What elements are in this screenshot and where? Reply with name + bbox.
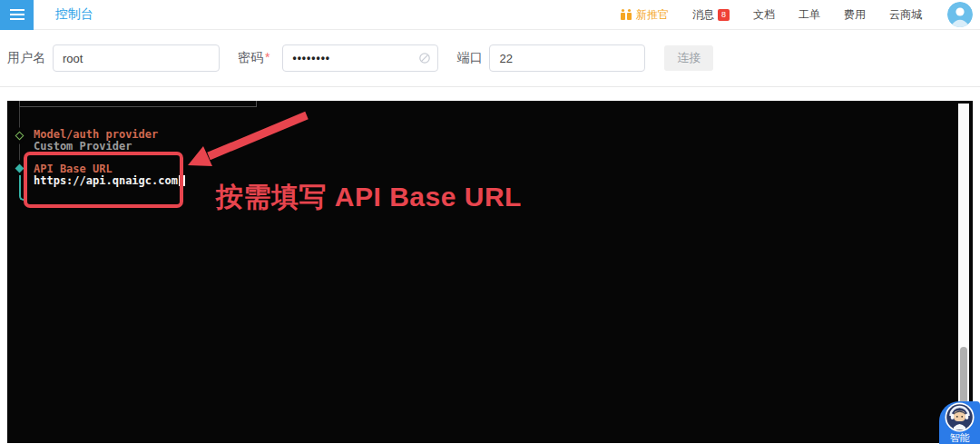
annotation-highlight-box <box>24 152 183 208</box>
robot-avatar-icon <box>945 402 975 432</box>
step-done-diamond-icon <box>15 132 24 141</box>
port-label: 端口 <box>456 50 482 66</box>
ai-widget-label: 智能 <box>950 432 970 443</box>
nav-item-messages[interactable]: 消息 8 <box>692 7 730 23</box>
header-nav: 新推官 消息 8 文档 工单 费用 云商城 <box>620 2 980 27</box>
password-input[interactable] <box>282 44 438 72</box>
nav-label: 文档 <box>753 7 775 23</box>
terminal-box-line <box>19 101 257 107</box>
nav-item-docs[interactable]: 文档 <box>753 7 775 23</box>
nav-label: 费用 <box>844 7 866 23</box>
hamburger-menu-button[interactable] <box>0 0 34 30</box>
connect-button[interactable]: 连接 <box>664 45 713 71</box>
message-count-badge: 8 <box>718 9 730 21</box>
connection-form: 用户名 密码* 端口 连接 <box>0 30 980 86</box>
username-input[interactable] <box>53 44 220 72</box>
page-title[interactable]: 控制台 <box>55 6 93 23</box>
terminal-scrollbar[interactable] <box>958 104 969 437</box>
terminal-step1-label: Model/auth provider <box>34 129 158 140</box>
page: 控制台 新推官 消息 8 文档 工单 费用 <box>0 0 980 444</box>
nav-label: 工单 <box>799 7 820 23</box>
password-field-wrap <box>282 44 438 72</box>
password-label: 密码* <box>238 50 275 66</box>
username-label: 用户名 <box>7 50 45 66</box>
nav-label: 消息 <box>692 7 714 23</box>
divider <box>0 86 980 87</box>
top-header: 控制台 新推官 消息 8 文档 工单 费用 <box>0 0 980 30</box>
required-asterisk: * <box>265 50 270 64</box>
step-active-diamond-icon <box>15 164 24 173</box>
nav-item-cloud-mall[interactable]: 云商城 <box>889 7 922 23</box>
port-input[interactable] <box>489 44 645 72</box>
nav-label: 新推官 <box>636 7 669 23</box>
person-icon <box>947 2 973 27</box>
annotation-text: 按需填写 API Base URL <box>216 179 522 216</box>
nav-item-promoter[interactable]: 新推官 <box>620 7 669 23</box>
nav-item-billing[interactable]: 费用 <box>844 7 866 23</box>
nav-item-tickets[interactable]: 工单 <box>799 7 820 23</box>
eye-off-icon[interactable] <box>418 52 431 64</box>
ai-assistant-widget[interactable]: 智能 <box>939 401 980 444</box>
nav-label: 云商城 <box>889 7 922 23</box>
hamburger-icon <box>10 14 24 15</box>
terminal[interactable]: Model/auth provider Custom Provider API … <box>7 101 973 443</box>
terminal-step1-value: Custom Provider <box>34 141 132 152</box>
user-avatar[interactable] <box>947 2 973 27</box>
gift-icon <box>620 8 632 21</box>
